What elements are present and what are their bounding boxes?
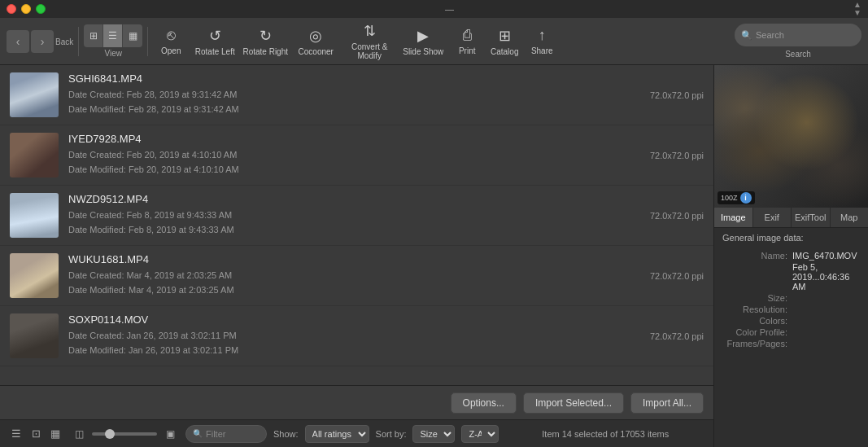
file-info-0: SGHI6841.MP4 Date Created: Feb 28, 2019 … [68,72,650,116]
file-row[interactable]: WUKU1681.MP4 Date Created: Mar 4, 2019 a… [0,246,713,306]
import-all-button[interactable]: Import All... [630,392,704,414]
filmstrip-view-button[interactable]: ▦ [47,426,63,442]
preview-area: 100Z i [714,65,868,208]
file-row[interactable]: SGHI6841.MP4 Date Created: Feb 28, 2019 … [0,65,713,125]
fullscreen-button[interactable] [36,4,46,14]
slide-show-label: Slide Show [403,47,443,56]
open-label: Open [161,46,181,55]
tab-exif[interactable]: Exif [753,208,792,227]
field-value-size [787,293,860,303]
list-view-button[interactable]: ☰ [8,426,24,442]
share-button[interactable]: ↑ Share [524,21,560,62]
traffic-lights[interactable] [7,4,46,14]
rotate-right-label: Rotate Right [242,47,288,56]
catalog-button[interactable]: ⊞ Catalog [486,21,522,62]
rotate-left-button[interactable]: ↺ Rotate Left [190,21,239,62]
rotate-right-icon: ↻ [260,27,272,45]
file-row[interactable]: SOXP0114.MOV Date Created: Jan 26, 2019 … [0,306,713,366]
search-bar[interactable]: 🔍 [735,24,861,46]
slider-thumb[interactable] [105,429,115,439]
open-button[interactable]: ⎋ Open [153,21,189,62]
file-info-3: WUKU1681.MP4 Date Created: Mar 4, 2019 a… [68,253,650,297]
close-button[interactable] [7,4,16,14]
filter-input-group[interactable]: 🔍 [185,425,267,443]
tab-map[interactable]: Map [831,208,869,227]
options-button[interactable]: Options... [451,392,517,414]
tab-image[interactable]: Image [714,208,753,227]
convert-modify-button[interactable]: ⇅ Convert & Modify [342,21,397,62]
window-title: — [46,4,853,14]
size-min-icon[interactable]: ◫ [70,425,88,443]
file-row[interactable]: IYED7928.MP4 Date Created: Feb 20, 2019 … [0,125,713,186]
file-row[interactable]: NWZD9512.MP4 Date Created: Feb 8, 2019 a… [0,186,713,246]
search-label: Search [785,50,811,59]
view-list-button[interactable]: ☰ [103,24,123,47]
view-filmstrip-button[interactable]: ▦ [123,24,142,47]
show-label: Show: [273,429,299,439]
import-bar: Options... Import Selected... Import All… [0,385,713,419]
field-value-resolution [787,305,860,314]
file-list: SGHI6841.MP4 Date Created: Feb 28, 2019 … [0,65,713,447]
ratings-dropdown[interactable]: All ratings [305,425,369,443]
bottom-bar: ☰ ⊡ ▦ ◫ ▣ 🔍 Show: All ratings Sort by: [0,419,713,447]
share-label: Share [531,46,553,55]
file-ppi-0: 72.0x72.0 ppi [650,90,704,100]
nav-group: ‹ › Back [7,30,73,53]
info-icon[interactable]: i [740,192,752,204]
field-label-frames: Frames/Pages: [722,339,787,348]
field-value-date: Feb 5, 2019...0:46:36 AM [787,262,860,291]
file-info-4: SOXP0114.MOV Date Created: Jan 26, 2019 … [68,313,650,357]
thumbnail-3 [10,253,59,298]
search-input[interactable] [756,30,855,40]
field-label-name: Name: [722,251,787,261]
view-grid-button[interactable]: ⊞ [84,24,103,47]
file-name-0: SGHI6841.MP4 [68,72,650,85]
minimize-button[interactable] [21,4,31,14]
field-value-frames [787,339,860,348]
grid-view-button[interactable]: ⊡ [28,426,44,442]
cocooner-button[interactable]: ◎ Cocooner [291,21,340,62]
status-text: Item 14 selected of 17053 items [505,429,705,439]
rotate-right-button[interactable]: ↻ Rotate Right [241,21,290,62]
size-slider[interactable] [92,432,157,436]
file-meta-0: Date Created: Feb 28, 2019 at 9:31:42 AM… [68,88,650,116]
bottom-view-buttons: ☰ ⊡ ▦ [8,426,63,442]
sort-order-dropdown[interactable]: Z-A [461,425,499,443]
tab-exiftool[interactable]: ExifTool [792,208,831,227]
file-info-1: IYED7928.MP4 Date Created: Feb 20, 2019 … [68,133,650,177]
back-button[interactable]: ‹ [7,30,29,53]
panel-field-name: Name: IMG_6470.MOV [722,251,860,261]
scroll-arrows[interactable]: ▲▼ [853,1,861,17]
slide-show-button[interactable]: ▶ Slide Show [399,21,447,62]
import-selected-button[interactable]: Import Selected... [523,392,624,414]
sort-label: Sort by: [376,429,407,439]
size-slider-group: ◫ ▣ [70,425,179,443]
filter-search-icon: 🔍 [193,429,203,438]
panel-field-colors: Colors: [722,316,860,326]
panel-tabs: Image Exif ExifTool Map [714,208,868,228]
field-label-size: Size: [722,293,787,303]
panel-field-date: Feb 5, 2019...0:46:36 AM [722,262,860,291]
search-icon: 🔍 [741,30,752,41]
file-meta-3: Date Created: Mar 4, 2019 at 2:03:25 AM … [68,269,650,297]
file-name-4: SOXP0114.MOV [68,313,650,326]
print-button[interactable]: ⎙ Print [449,21,485,62]
panel-field-size: Size: [722,293,860,303]
sort-by-dropdown[interactable]: Size [412,425,455,443]
rotate-left-icon: ↺ [209,27,221,45]
print-label: Print [459,46,476,55]
forward-button[interactable]: › [31,30,54,53]
zoom-level: 100Z [721,194,738,202]
thumbnail-4 [10,313,59,358]
panel-field-frames: Frames/Pages: [722,339,860,348]
file-name-3: WUKU1681.MP4 [68,253,650,265]
preview-image [714,65,868,208]
back-label: Back [55,37,73,46]
filter-input[interactable] [206,429,260,439]
slide-show-icon: ▶ [417,27,429,45]
file-info-2: NWZD9512.MP4 Date Created: Feb 8, 2019 a… [68,193,650,237]
convert-modify-label: Convert & Modify [342,42,397,60]
file-ppi-1: 72.0x72.0 ppi [650,151,704,160]
size-max-icon[interactable]: ▣ [161,425,179,443]
field-label-colors: Colors: [722,316,787,326]
